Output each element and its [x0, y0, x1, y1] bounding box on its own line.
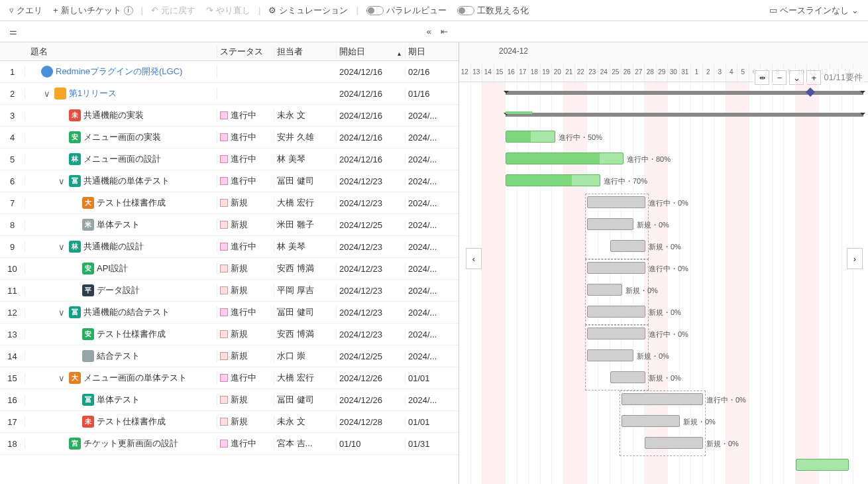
- gantt-bar[interactable]: 進行中・50%: [506, 131, 555, 143]
- gantt-bar[interactable]: 進行中・80%: [506, 152, 624, 164]
- due-cell: 01/01: [406, 417, 452, 427]
- separator: |: [257, 5, 262, 15]
- gantt-row[interactable]: 新規・0%: [459, 345, 868, 367]
- day-cell: 30: [668, 63, 680, 82]
- subject-text[interactable]: Redmineプラグインの開発(LGC): [56, 66, 182, 78]
- table-row[interactable]: 5 林 メニュー画面の設計 進行中 林 美琴 2024/12/16 2024/.…: [0, 149, 459, 170]
- expand-toggle[interactable]: ∨: [58, 308, 66, 318]
- gantt-row[interactable]: 進行中・0%: [459, 323, 868, 345]
- table-row[interactable]: 17 未 テスト仕様書作成 新規 未永 文 2024/12/28 01/01: [0, 411, 459, 433]
- due-cell: 2024/...: [406, 242, 452, 252]
- milestone-diamond[interactable]: [806, 88, 815, 97]
- gantt-row[interactable]: [459, 454, 868, 476]
- gantt-bar[interactable]: [796, 459, 849, 471]
- gantt-row[interactable]: 新規・0%: [459, 301, 868, 323]
- simulation-button[interactable]: ⚙シミュレーション: [264, 3, 352, 18]
- table-row[interactable]: 18 宮 チケット更新画面の設計 進行中 宮本 吉... 01/10 01/31: [0, 433, 459, 455]
- gantt-row[interactable]: 進行中・50%: [459, 126, 868, 148]
- new-ticket-button[interactable]: +新しいチケットi: [49, 3, 137, 18]
- gantt-bar[interactable]: 新規・0%: [610, 240, 645, 252]
- gantt-row[interactable]: 進行中・0%: [459, 192, 868, 213]
- gantt-bar[interactable]: 進行中・0%: [587, 262, 645, 274]
- gantt-bar[interactable]: 進行中・70%: [506, 174, 600, 186]
- gantt-bar[interactable]: 進行中・0%: [587, 196, 645, 208]
- gantt-bar[interactable]: 新規・0%: [587, 218, 633, 230]
- table-row[interactable]: 16 冨 単体テスト 新規 冨田 健司 2024/12/26 2024/...: [0, 389, 459, 411]
- effort-button[interactable]: 工数見える化: [453, 3, 533, 18]
- collapse-left-button[interactable]: «: [423, 25, 435, 38]
- table-row[interactable]: 9 ∨ 林 共通機能の設計 進行中 林 美琴 2024/12/23 2024/.…: [0, 236, 459, 258]
- gantt-row[interactable]: 新規・0%: [459, 367, 868, 389]
- gantt-bar[interactable]: 新規・0%: [587, 284, 622, 296]
- col-assignee[interactable]: 担当者: [274, 46, 337, 58]
- ticket-icon: [82, 350, 94, 362]
- table-row[interactable]: 4 安 メニュー画面の実装 進行中 安井 久雄 2024/12/16 2024/…: [0, 127, 459, 149]
- expand-toggle[interactable]: ∨: [58, 176, 66, 186]
- settings-button[interactable]: ⚌: [5, 25, 21, 38]
- summary-bar[interactable]: [506, 113, 863, 117]
- col-due[interactable]: 期日: [406, 46, 452, 58]
- collapse-button[interactable]: ⇤: [437, 25, 452, 38]
- gantt-bar[interactable]: 進行中・0%: [622, 393, 703, 405]
- ticket-icon: 安: [82, 328, 94, 340]
- scroll-left-button[interactable]: ‹: [466, 248, 482, 269]
- table-row[interactable]: 8 米 単体テスト 新規 米田 雛子 2024/12/25 2024/...: [0, 214, 459, 236]
- query-button[interactable]: ▿クエリ: [5, 3, 46, 18]
- gantt-row[interactable]: 進行中・70%: [459, 170, 868, 192]
- gantt-row[interactable]: 新規・0%: [459, 235, 868, 257]
- gantt-row[interactable]: 進行中・0%: [459, 257, 868, 279]
- expand-toggle[interactable]: ∨: [58, 373, 66, 383]
- assignee-cell: 冨田 健司: [274, 306, 337, 318]
- gantt-row[interactable]: 進行中・80%: [459, 148, 868, 170]
- table-row[interactable]: 1 Redmineプラグインの開発(LGC) 2024/12/16 02/16: [0, 61, 459, 83]
- gantt-row[interactable]: [459, 104, 868, 126]
- subject-text[interactable]: 第1リリース: [69, 88, 117, 99]
- gantt-bar[interactable]: 新規・0%: [587, 306, 645, 318]
- col-start[interactable]: 開始日▴: [337, 46, 406, 58]
- zoom-out-icon: −: [777, 73, 783, 83]
- assignee-cell: 大橋 宏行: [274, 372, 337, 384]
- table-row[interactable]: 7 大 テスト仕様書作成 新規 大橋 宏行 2024/12/23 2024/..…: [0, 192, 459, 214]
- baseline-dropdown[interactable]: ▭ベースラインなし⌄: [765, 3, 863, 18]
- table-row[interactable]: 12 ∨ 冨 共通機能の結合テスト 進行中 冨田 健司 2024/12/23 2…: [0, 302, 459, 324]
- col-subject[interactable]: 題名: [25, 46, 217, 58]
- table-row[interactable]: 6 ∨ 冨 共通機能の単体テスト 進行中 冨田 健司 2024/12/23 20…: [0, 170, 459, 192]
- row-number: 14: [0, 351, 25, 361]
- subject-text: メニュー画面の単体テスト: [83, 372, 187, 384]
- gantt-row[interactable]: 新規・0%: [459, 432, 868, 454]
- assignee-cell: 林 美琴: [274, 241, 337, 253]
- gantt-row[interactable]: [459, 82, 868, 104]
- table-row[interactable]: 13 安 テスト仕様書作成 新規 安西 博満 2024/12/23 2024/.…: [0, 324, 459, 345]
- redo-button[interactable]: ↷やり直し: [202, 3, 254, 18]
- gantt-row[interactable]: 新規・0%: [459, 213, 868, 235]
- gantt-body[interactable]: 進行中・50%進行中・80%進行中・70%進行中・0%新規・0%新規・0%進行中…: [459, 82, 868, 484]
- day-cell: 28: [645, 63, 657, 82]
- gantt-bar[interactable]: 新規・0%: [645, 437, 703, 449]
- gantt-bar[interactable]: 新規・0%: [587, 349, 633, 361]
- status-cell: 進行中: [217, 153, 274, 165]
- due-cell: 2024/...: [406, 176, 452, 186]
- col-status[interactable]: ステータス: [217, 46, 274, 58]
- table-row[interactable]: 3 未 共通機能の実装 進行中 未永 文 2024/12/16 2024/...: [0, 105, 459, 127]
- gantt-bar[interactable]: 進行中・0%: [587, 328, 645, 339]
- table-row[interactable]: 2 ∨ 第1リリース 2024/12/16 01/16: [0, 83, 459, 105]
- table-row[interactable]: 15 ∨ 大 メニュー画面の単体テスト 進行中 大橋 宏行 2024/12/26…: [0, 367, 459, 389]
- parallel-view-button[interactable]: パラレルビュー: [362, 3, 451, 18]
- gantt-row[interactable]: 進行中・0%: [459, 389, 868, 410]
- gantt-bar[interactable]: 新規・0%: [622, 415, 680, 427]
- gantt-bar[interactable]: 新規・0%: [610, 371, 645, 383]
- start-cell: 2024/12/23: [337, 286, 406, 296]
- table-row[interactable]: 10 安 API設計 新規 安西 博満 2024/12/23 2024/...: [0, 258, 459, 280]
- table-row[interactable]: 11 平 データ設計 新規 平岡 厚吉 2024/12/23 2024/...: [0, 280, 459, 302]
- due-cell: 2024/...: [406, 220, 452, 230]
- subject-text: 共通機能の設計: [83, 241, 144, 253]
- start-cell: 2024/12/16: [337, 111, 406, 121]
- day-cell: 26: [622, 63, 633, 82]
- undo-button[interactable]: ↶元に戻す: [147, 3, 199, 18]
- gantt-row[interactable]: 新規・0%: [459, 410, 868, 432]
- table-row[interactable]: 14 結合テスト 新規 水口 崇 2024/12/25 2024/...: [0, 345, 459, 367]
- scroll-right-button[interactable]: ›: [847, 248, 863, 269]
- gantt-row[interactable]: 新規・0%: [459, 279, 868, 301]
- expand-toggle[interactable]: ∨: [58, 242, 66, 252]
- expand-toggle[interactable]: ∨: [44, 89, 52, 99]
